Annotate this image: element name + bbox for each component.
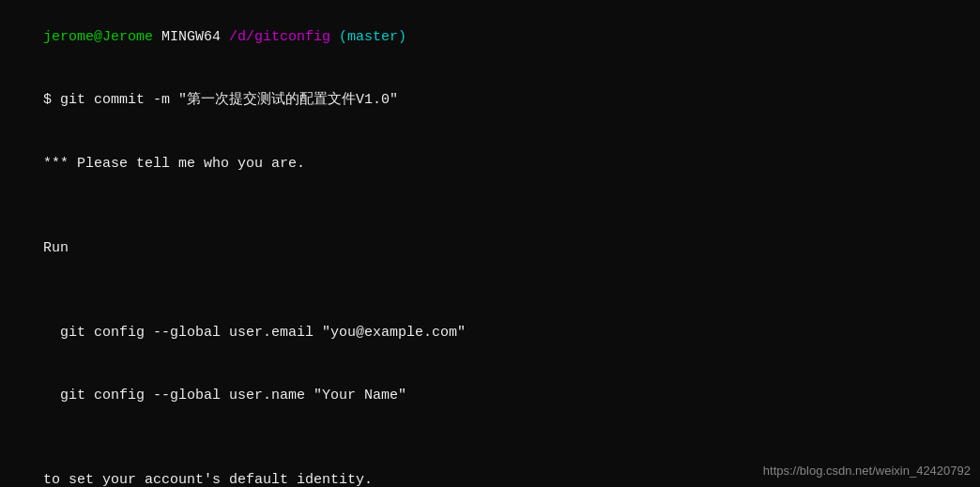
who-text: who — [204, 156, 229, 172]
blank-line-3 — [9, 428, 971, 449]
prompt-path-1: /d/gitconfig — [229, 29, 330, 45]
blank-line-1 — [9, 196, 971, 218]
watermark: https://blog.csdn.net/weixin_42420792 — [763, 462, 971, 480]
terminal-window: jerome@Jerome MINGW64 /d/gitconfig (mast… — [0, 0, 980, 487]
run-line: Run — [9, 217, 971, 281]
command-line-1: $ git commit -m "第一次提交测试的配置文件V1.0" — [9, 69, 971, 133]
config-name-line: git config --global user.name "Your Name… — [9, 365, 971, 429]
prompt-branch-1: (master) — [339, 29, 406, 45]
prompt-line-1: jerome@Jerome MINGW64 /d/gitconfig (mast… — [9, 6, 971, 69]
prompt-user-1: jerome@Jerome — [43, 29, 153, 45]
warning-line: *** Please tell me who you are. — [9, 132, 971, 196]
blank-line-2 — [9, 281, 971, 302]
prompt-sep-1: MINGW64 — [153, 29, 229, 45]
config-email-line: git config --global user.email "you@exam… — [9, 301, 971, 365]
